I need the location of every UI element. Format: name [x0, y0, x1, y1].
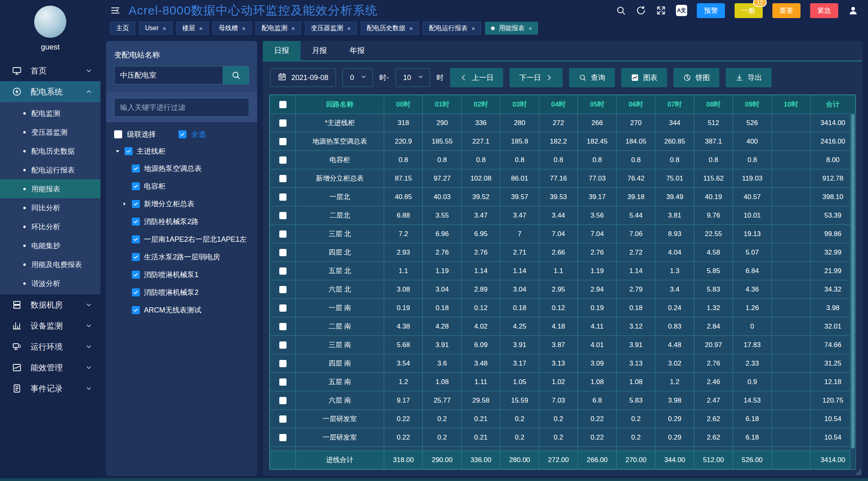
- row-checkbox[interactable]: [279, 212, 287, 219]
- cascade-checkbox[interactable]: [114, 130, 122, 138]
- sidebar-subitem-电能集抄[interactable]: 电能集抄: [0, 236, 100, 255]
- row-checkbox[interactable]: [279, 360, 287, 367]
- row-checkbox[interactable]: [279, 397, 287, 404]
- tree-node-消防喷淋机械泵2[interactable]: 消防喷淋机械泵2: [132, 285, 249, 300]
- alert-button-general[interactable]: 一般12: [735, 3, 763, 18]
- station-search-button[interactable]: [223, 66, 249, 84]
- select-all-rows-checkbox[interactable]: [279, 101, 287, 108]
- row-checkbox[interactable]: [279, 378, 287, 386]
- translate-icon[interactable]: A文: [676, 5, 687, 16]
- hour-from-select[interactable]: 0: [342, 68, 373, 87]
- tab-楼层[interactable]: 楼层×: [176, 22, 209, 35]
- tab-主页[interactable]: 主页: [110, 22, 135, 35]
- tab-变压器监测[interactable]: 变压器监测×: [305, 22, 357, 35]
- sidebar-item-data-room[interactable]: 数据机房: [0, 294, 100, 315]
- menu-toggle-icon[interactable]: [110, 5, 121, 16]
- prev-day-button[interactable]: 上一日: [450, 68, 503, 87]
- sidebar-item-power-system[interactable]: 配电系统: [0, 81, 100, 102]
- tree-node-生活水泵2路一层弱电房[interactable]: 生活水泵2路一层弱电房: [132, 249, 249, 265]
- close-icon[interactable]: ×: [291, 25, 295, 32]
- station-input[interactable]: [114, 66, 223, 84]
- refresh-icon[interactable]: [636, 5, 646, 16]
- close-icon[interactable]: ×: [409, 25, 413, 32]
- tree-node-新增分立柜总表[interactable]: 新增分立柜总表: [132, 196, 249, 212]
- date-picker[interactable]: 2021-09-08: [270, 68, 336, 87]
- pie-button[interactable]: 饼图: [674, 68, 719, 87]
- row-checkbox[interactable]: [279, 304, 287, 312]
- tree-checkbox[interactable]: [132, 182, 140, 190]
- avatar[interactable]: [34, 6, 66, 38]
- sidebar-subitem-谐波分析[interactable]: 谐波分析: [0, 274, 100, 293]
- tree-checkbox[interactable]: [132, 288, 140, 296]
- sidebar-subitem-环比分析[interactable]: 环比分析: [0, 217, 100, 236]
- table-scrollbar-thumb[interactable]: [851, 114, 855, 448]
- sidebar-item-home[interactable]: 首页: [0, 60, 100, 81]
- sidebar-subitem-配电运行报表[interactable]: 配电运行报表: [0, 160, 100, 179]
- sidebar-subitem-用能及电费报表[interactable]: 用能及电费报表: [0, 255, 100, 274]
- alert-button-urgent[interactable]: 紧急: [810, 3, 838, 18]
- tree-node-消防喷淋机械泵1[interactable]: 消防喷淋机械泵1: [132, 267, 249, 282]
- row-checkbox[interactable]: [279, 267, 287, 275]
- row-checkbox[interactable]: [279, 119, 287, 127]
- close-icon[interactable]: ×: [347, 25, 351, 32]
- tab-配电监测[interactable]: 配电监测×: [256, 22, 301, 35]
- user-icon[interactable]: [848, 5, 858, 16]
- caret-right-icon[interactable]: [121, 201, 128, 206]
- row-checkbox[interactable]: [279, 193, 287, 201]
- row-checkbox[interactable]: [279, 434, 287, 441]
- tree-node-消防栓机械泵2路[interactable]: 消防栓机械泵2路: [132, 214, 249, 229]
- alert-button-important[interactable]: 重要: [772, 3, 800, 18]
- select-all-checkbox[interactable]: [178, 130, 186, 138]
- tree-checkbox[interactable]: [132, 271, 140, 279]
- close-icon[interactable]: ×: [163, 25, 166, 32]
- tree-node-电容柜[interactable]: 电容柜: [132, 179, 249, 194]
- query-button[interactable]: 查询: [569, 68, 615, 87]
- row-checkbox[interactable]: [279, 341, 287, 349]
- row-checkbox[interactable]: [279, 230, 287, 238]
- tab-用能报表[interactable]: 用能报表×: [485, 22, 538, 35]
- row-checkbox[interactable]: [279, 249, 287, 256]
- close-icon[interactable]: ×: [528, 25, 532, 32]
- export-button[interactable]: 导出: [726, 68, 772, 87]
- keyword-filter-input[interactable]: [114, 98, 249, 117]
- sidebar-item-environment[interactable]: 运行环境: [0, 336, 100, 357]
- tree-checkbox[interactable]: [132, 218, 140, 226]
- close-icon[interactable]: ×: [242, 25, 246, 32]
- sidebar-subitem-配电历史数据[interactable]: 配电历史数据: [0, 142, 100, 160]
- row-checkbox[interactable]: [279, 286, 287, 293]
- tree-checkbox[interactable]: [132, 253, 140, 261]
- tab-配电运行报表[interactable]: 配电运行报表×: [423, 22, 481, 35]
- row-checkbox[interactable]: [279, 175, 287, 182]
- tree-checkbox[interactable]: [132, 164, 140, 173]
- tree-checkbox[interactable]: [132, 200, 140, 208]
- chart-button[interactable]: 图表: [621, 68, 667, 87]
- tab-User[interactable]: User×: [139, 22, 172, 35]
- row-checkbox[interactable]: [279, 323, 287, 330]
- caret-down-icon[interactable]: [114, 149, 121, 154]
- tree-node-ARCM无线表测试[interactable]: ARCM无线表测试: [132, 302, 249, 318]
- row-checkbox[interactable]: [279, 415, 287, 423]
- sidebar-subitem-配电监测[interactable]: 配电监测: [0, 104, 100, 123]
- close-icon[interactable]: ×: [199, 25, 203, 32]
- row-checkbox[interactable]: [279, 156, 287, 164]
- tab-母线槽[interactable]: 母线槽×: [213, 22, 252, 35]
- tree-checkbox[interactable]: [132, 235, 140, 243]
- sidebar-subitem-同比分析[interactable]: 同比分析: [0, 198, 100, 217]
- sidebar-item-events[interactable]: 事件记录: [0, 378, 100, 399]
- sidebar-item-energy[interactable]: 能效管理: [0, 357, 100, 378]
- report-tab-日报[interactable]: 日报: [263, 41, 301, 60]
- select-all-label[interactable]: 全选: [191, 130, 206, 139]
- hour-to-select[interactable]: 10: [395, 68, 430, 87]
- report-tab-年报[interactable]: 年报: [338, 41, 376, 60]
- fullscreen-icon[interactable]: [656, 5, 666, 16]
- search-icon[interactable]: [616, 5, 626, 16]
- row-checkbox[interactable]: [279, 138, 287, 145]
- tree-checkbox[interactable]: [132, 306, 140, 314]
- alert-button-warning[interactable]: 预警: [697, 3, 725, 18]
- next-day-button[interactable]: 下一日: [510, 68, 563, 87]
- tab-配电历史数据[interactable]: 配电历史数据×: [361, 22, 419, 35]
- sidebar-item-device-monitor[interactable]: 设备监测: [0, 315, 100, 336]
- tree-node-主进线柜[interactable]: 主进线柜: [114, 146, 249, 156]
- tree-node-地源热泵空调总表[interactable]: 地源热泵空调总表: [132, 161, 249, 176]
- sidebar-subitem-用能报表[interactable]: 用能报表: [0, 179, 100, 198]
